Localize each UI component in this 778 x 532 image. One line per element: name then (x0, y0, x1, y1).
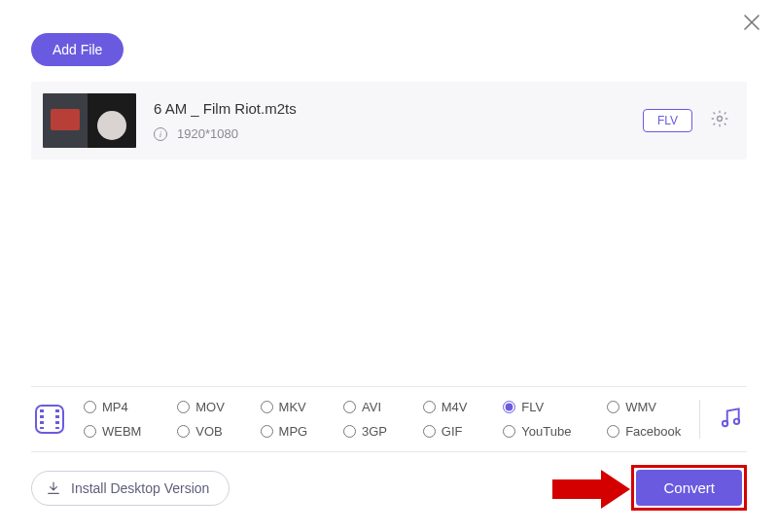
format-label: GIF (442, 424, 463, 439)
install-label: Install Desktop Version (71, 480, 209, 496)
file-row: 6 AM _ Film Riot.m2ts i 1920*1080 FLV (31, 82, 747, 160)
format-option-youtube[interactable]: YouTube (503, 424, 580, 439)
format-label: AVI (362, 400, 381, 414)
close-icon[interactable] (743, 14, 760, 35)
film-icon[interactable] (35, 405, 64, 434)
format-option-webm[interactable]: WEBM (84, 424, 150, 439)
format-label: M4V (442, 400, 468, 414)
file-resolution: 1920*1080 (177, 126, 238, 141)
format-option-avi[interactable]: AVI (343, 400, 396, 414)
format-option-mov[interactable]: MOV (177, 400, 232, 414)
format-option-flv[interactable]: FLV (503, 400, 580, 414)
format-label: Facebook (625, 424, 681, 439)
format-option-mpg[interactable]: MPG (261, 424, 316, 439)
format-option-wmv[interactable]: WMV (607, 400, 690, 414)
svg-point-1 (723, 421, 727, 426)
format-label: MKV (279, 400, 306, 414)
output-format-button[interactable]: FLV (643, 109, 692, 132)
format-option-gif[interactable]: GIF (423, 424, 477, 439)
format-bar: MP4MOVMKVAVIM4VFLVWMVWEBMVOBMPG3GPGIFYou… (31, 386, 747, 452)
convert-highlight: Convert (631, 465, 747, 511)
format-option-mkv[interactable]: MKV (261, 400, 316, 414)
add-file-button[interactable]: Add File (31, 33, 124, 66)
format-label: WMV (625, 400, 656, 414)
download-icon (46, 480, 61, 496)
file-name: 6 AM _ Film Riot.m2ts (154, 100, 643, 117)
music-icon[interactable] (718, 405, 743, 434)
format-label: VOB (195, 424, 222, 439)
format-label: 3GP (362, 424, 387, 439)
format-option-3gp[interactable]: 3GP (343, 424, 396, 439)
format-label: YouTube (521, 424, 571, 439)
format-option-vob[interactable]: VOB (177, 424, 232, 439)
info-icon: i (154, 127, 167, 141)
format-label: MPG (279, 424, 308, 439)
install-desktop-button[interactable]: Install Desktop Version (31, 471, 230, 506)
format-option-m4v[interactable]: M4V (423, 400, 477, 414)
gear-icon[interactable] (710, 109, 729, 132)
format-option-facebook[interactable]: Facebook (607, 424, 690, 439)
format-option-mp4[interactable]: MP4 (84, 400, 150, 414)
format-label: MP4 (102, 400, 128, 414)
convert-button[interactable]: Convert (636, 470, 742, 506)
svg-point-2 (734, 419, 739, 424)
format-label: FLV (521, 400, 544, 414)
svg-point-0 (718, 117, 723, 122)
format-label: MOV (195, 400, 225, 414)
divider (699, 400, 700, 439)
video-thumbnail (43, 93, 136, 148)
format-label: WEBM (102, 424, 141, 439)
